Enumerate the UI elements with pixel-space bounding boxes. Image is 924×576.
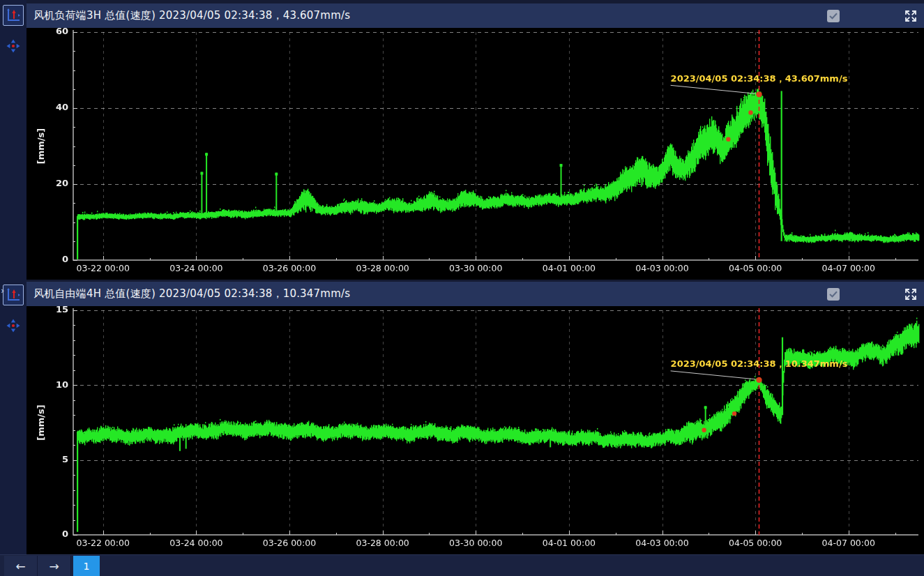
chart-title: 风机自由端4H 总值(速度) 2023/04/05 02:34:38，10.34… (33, 287, 827, 301)
right-arrow-icon: → (49, 559, 59, 573)
checkmark-icon (829, 13, 838, 20)
panel-toolbar (0, 0, 26, 280)
next-page-button[interactable]: → (38, 556, 71, 576)
trend-chart-canvas-1[interactable] (26, 28, 924, 280)
chart-panel-load-end-3h: 风机负荷端3H 总值(速度) 2023/04/05 02:34:38，43.60… (0, 0, 924, 280)
panel-main: 风机自由端4H 总值(速度) 2023/04/05 02:34:38，10.34… (26, 280, 924, 554)
chart-area (26, 306, 924, 554)
chart-panel-free-end-4h: › (0, 280, 924, 554)
page-button-1[interactable]: 1 (73, 556, 100, 576)
panel-main: 风机负荷端3H 总值(速度) 2023/04/05 02:34:38，43.60… (26, 0, 924, 280)
panel-expander-chevron[interactable]: › (0, 285, 5, 296)
chart-header: 风机负荷端3H 总值(速度) 2023/04/05 02:34:38，43.60… (26, 3, 924, 28)
pan-tool-icon[interactable] (3, 315, 24, 336)
panel-toolbar (0, 280, 26, 554)
trend-chart-canvas-2[interactable] (26, 306, 924, 554)
pan-tool-icon[interactable] (3, 36, 24, 56)
fullscreen-icon[interactable] (904, 287, 918, 301)
trend-monitor-page: 风机负荷端3H 总值(速度) 2023/04/05 02:34:38，43.60… (0, 0, 924, 576)
chart-header: 风机自由端4H 总值(速度) 2023/04/05 02:34:38，10.34… (26, 282, 924, 306)
checkmark-icon (829, 291, 838, 298)
fullscreen-icon[interactable] (904, 9, 918, 23)
left-arrow-icon: ← (15, 559, 25, 573)
trend-cursor-tool-icon[interactable] (3, 5, 24, 26)
chart-area (26, 28, 924, 280)
trend-cursor-tool-icon[interactable] (3, 285, 24, 305)
prev-page-button[interactable]: ← (4, 556, 38, 576)
series-visibility-checkbox[interactable] (827, 10, 840, 22)
pagination-bar: ← → 1 (0, 554, 924, 576)
series-visibility-checkbox[interactable] (827, 288, 840, 301)
chart-title: 风机负荷端3H 总值(速度) 2023/04/05 02:34:38，43.60… (33, 9, 827, 22)
